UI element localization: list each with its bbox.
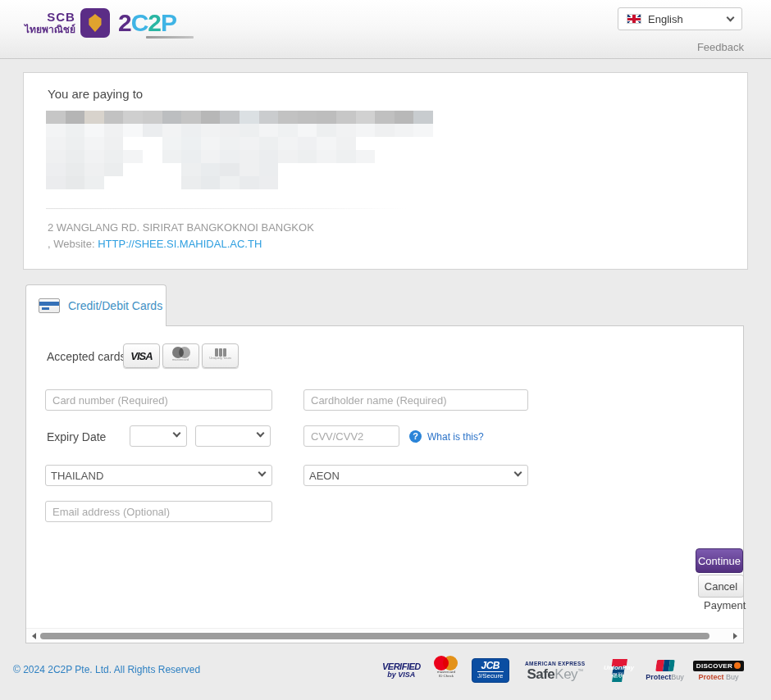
uk-flag-icon xyxy=(627,14,641,24)
c2p-logo-char: 2 xyxy=(118,9,131,36)
card-form-panel: Accepted cards VISA mastercard Uniquely … xyxy=(25,325,744,643)
scb-emblem-icon xyxy=(80,8,110,38)
cardholder-name-input[interactable] xyxy=(303,389,528,411)
divider xyxy=(46,208,407,209)
scb-logo: SCB ไทยพาณิชย์ xyxy=(25,11,75,35)
feedback-link[interactable]: Feedback xyxy=(697,41,744,53)
jcb-text: JCB xyxy=(481,661,500,671)
paying-to-title: You are paying to xyxy=(48,87,143,101)
c2p-logo-char: 2 xyxy=(148,9,161,36)
visa-card-icon: VISA xyxy=(123,343,160,368)
cancel-payment-overflow-text[interactable]: Payment xyxy=(704,599,746,611)
amex-text: AMERICAN EXPRESS xyxy=(525,661,585,667)
accepted-cards-label: Accepted cards xyxy=(47,350,126,363)
bank-select[interactable]: AEON xyxy=(303,465,528,486)
website-prefix: , Website: xyxy=(48,238,98,250)
expiry-year-select-wrap xyxy=(195,425,271,447)
discover-protectbuy-logo: DISCOVER Protect Buy xyxy=(693,661,744,681)
expiry-year-select[interactable] xyxy=(195,425,271,447)
accepted-cards-icons: VISA mastercard Uniquely Yours xyxy=(123,343,241,368)
copyright-text: © 2024 2C2P Pte. Ltd. All Rights Reserve… xyxy=(13,664,200,675)
paying-to-card: You are paying to 2 WANGLANG RD. SIRIRAT… xyxy=(23,72,748,270)
scrollbar-thumb[interactable] xyxy=(40,633,709,639)
website-link[interactable]: HTTP://SHEE.SI.MAHIDAL.AC.TH xyxy=(98,238,262,250)
logo-cluster: SCB ไทยพาณิชย์ 2C2P xyxy=(25,8,176,38)
c2p-logo-char: P xyxy=(161,9,176,36)
jcb-card-icon: Uniquely Yours xyxy=(202,343,239,368)
language-selector[interactable]: English xyxy=(618,7,742,30)
continue-button[interactable]: Continue xyxy=(696,548,743,573)
mastercard-idcheck-logo: mastercardID Check xyxy=(430,656,463,685)
horizontal-scrollbar[interactable] xyxy=(26,628,743,643)
country-select-wrap: THAILAND xyxy=(45,465,272,486)
expiry-month-select-wrap xyxy=(130,425,187,447)
jsecure-text: J/Secure xyxy=(477,671,504,680)
scb-logo-text: SCB xyxy=(25,11,75,25)
discover-circle-icon xyxy=(734,662,741,669)
cvv-help-link[interactable]: What is this? xyxy=(427,431,484,443)
jcb-word: Uniquely Yours xyxy=(209,357,231,360)
c2p-logo: 2C2P xyxy=(118,11,176,35)
chevron-down-icon xyxy=(727,14,735,22)
jcb-jsecure-logo: JCB J/Secure xyxy=(472,658,509,683)
email-input[interactable] xyxy=(45,501,272,522)
expiry-date-label: Expiry Date xyxy=(47,430,106,443)
bank-select-wrap: AEON xyxy=(303,465,528,486)
scroll-left-arrow-icon[interactable] xyxy=(32,633,36,639)
scroll-right-arrow-icon[interactable] xyxy=(733,633,737,639)
payment-page: SCB ไทยพาณิชย์ 2C2P English Feedback You… xyxy=(0,0,771,700)
redacted-merchant-info xyxy=(46,111,433,189)
country-select[interactable]: THAILAND xyxy=(45,465,272,486)
unionpay-protectbuy-logo: ProtectBuy xyxy=(646,660,684,681)
visa-word: VISA xyxy=(130,350,152,362)
expiry-month-select[interactable] xyxy=(130,425,187,447)
mastercard-card-icon: mastercard xyxy=(162,343,199,368)
security-logos-row: VERIFIED by VISA mastercardID Check JCB … xyxy=(373,653,744,688)
tab-label: Credit/Debit Cards xyxy=(68,299,162,312)
tab-credit-debit-cards[interactable]: Credit/Debit Cards xyxy=(25,284,167,326)
mastercard-word: mastercard xyxy=(172,358,189,361)
card-number-input[interactable] xyxy=(45,389,272,411)
merchant-website-line: , Website: HTTP://SHEE.SI.MAHIDAL.AC.TH xyxy=(48,238,262,250)
cvv-help-icon[interactable]: ? xyxy=(409,430,422,443)
merchant-address: 2 WANGLANG RD. SIRIRAT BANGKOKNOI BANGKO… xyxy=(48,221,314,234)
scb-logo-thai-text: ไทยพาณิชย์ xyxy=(25,25,75,35)
language-selected-label: English xyxy=(648,13,728,25)
cvv-input[interactable] xyxy=(303,425,399,447)
credit-card-icon xyxy=(39,298,60,313)
header-bar: SCB ไทยพาณิชย์ 2C2P English xyxy=(0,0,771,59)
unionpay-logo: UnionPay 银联 xyxy=(599,659,638,682)
unionpay-cn-text: 银联 xyxy=(600,671,636,680)
by-visa-text: by VISA xyxy=(387,671,415,679)
verified-by-visa-logo: VERIFIED by VISA xyxy=(382,662,421,679)
amex-safekey-logo: AMERICAN EXPRESS SafeKey™ xyxy=(518,661,592,681)
c2p-tagline xyxy=(146,36,194,39)
c2p-logo-char: C xyxy=(131,9,148,36)
cancel-button[interactable]: Cancel xyxy=(698,575,744,598)
unionpay-text: UnionPay xyxy=(601,664,637,671)
